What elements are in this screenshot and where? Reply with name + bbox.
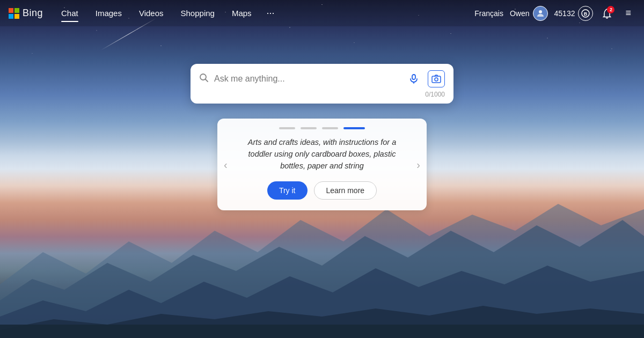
nav-right: Français Owen 45132 B xyxy=(474,5,635,21)
notification-badge: 2 xyxy=(607,6,614,13)
camera-search-button[interactable] xyxy=(428,70,445,87)
bing-logo-text: Bing xyxy=(23,8,43,19)
hamburger-menu-button[interactable]: ≡ xyxy=(621,5,635,21)
nav-maps[interactable]: Maps xyxy=(224,5,259,21)
dot-3[interactable] xyxy=(322,127,338,129)
dot-1[interactable] xyxy=(279,127,295,129)
svg-point-13 xyxy=(435,78,438,81)
svg-text:B: B xyxy=(584,11,588,17)
logo-yellow-square xyxy=(14,14,19,19)
suggestion-next-button[interactable]: › xyxy=(412,156,425,173)
svg-point-5 xyxy=(539,10,542,13)
search-input[interactable] xyxy=(214,74,400,84)
navbar: Bing Chat Images Videos Shopping Maps ··… xyxy=(0,0,644,26)
nav-images[interactable]: Images xyxy=(88,5,129,21)
nav-chat[interactable]: Chat xyxy=(54,5,86,21)
dot-2[interactable] xyxy=(301,127,317,129)
search-input-row xyxy=(199,70,445,87)
svg-line-9 xyxy=(206,79,208,82)
search-counter: 0/1000 xyxy=(199,91,445,98)
logo-red-square xyxy=(9,8,13,13)
nav-videos[interactable]: Videos xyxy=(131,5,171,21)
language-selector[interactable]: Français xyxy=(474,9,503,18)
suggestion-prev-button[interactable]: ‹ xyxy=(219,156,232,173)
main-content: 0/1000 ‹ › Arts and crafts ideas, with i… xyxy=(0,26,644,338)
microsoft-logo xyxy=(9,8,19,19)
try-it-button[interactable]: Try it xyxy=(267,181,308,200)
user-avatar xyxy=(533,6,548,21)
nav-more-button[interactable]: ··· xyxy=(261,4,280,22)
svg-rect-12 xyxy=(432,76,441,83)
nav-shopping[interactable]: Shopping xyxy=(173,5,222,21)
microphone-button[interactable] xyxy=(405,70,422,87)
username-label: Owen xyxy=(510,9,530,18)
user-menu[interactable]: Owen xyxy=(510,6,548,21)
score-value: 45132 xyxy=(554,9,575,18)
score-display[interactable]: 45132 B xyxy=(554,6,594,21)
svg-rect-10 xyxy=(412,75,415,79)
learn-more-button[interactable]: Learn more xyxy=(314,181,377,200)
search-icon xyxy=(199,73,209,85)
dot-4[interactable] xyxy=(343,127,365,129)
suggestion-buttons: Try it Learn more xyxy=(239,181,405,200)
suggestion-dots xyxy=(239,127,405,129)
notification-button[interactable]: 2 xyxy=(599,6,614,21)
logo-green-square xyxy=(14,8,19,13)
nav-links: Chat Images Videos Shopping Maps ··· xyxy=(54,4,474,22)
logo-area[interactable]: Bing xyxy=(9,8,43,19)
logo-blue-square xyxy=(9,14,13,19)
suggestion-card: ‹ › Arts and crafts ideas, with instruct… xyxy=(217,119,427,210)
suggestion-text: Arts and crafts ideas, with instructions… xyxy=(239,137,405,172)
score-icon: B xyxy=(578,6,593,21)
search-container: 0/1000 xyxy=(191,64,453,104)
